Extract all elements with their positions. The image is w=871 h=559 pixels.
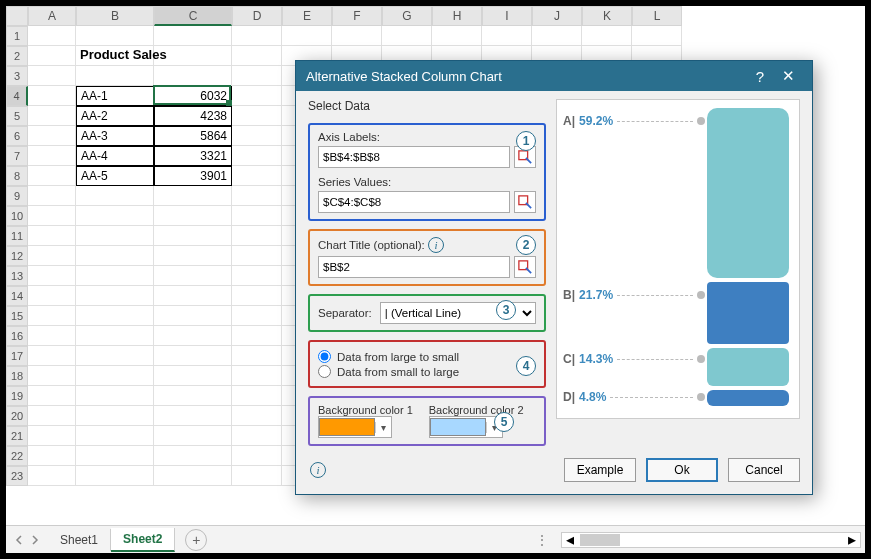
cell[interactable] [154,426,232,446]
chart-title-input[interactable] [318,256,510,278]
cell[interactable] [154,266,232,286]
cell[interactable] [154,386,232,406]
cell[interactable] [232,406,282,426]
cell[interactable] [76,466,154,486]
cell[interactable] [232,186,282,206]
cell[interactable] [28,306,76,326]
cell[interactable] [76,386,154,406]
cell[interactable] [232,466,282,486]
cell[interactable] [154,206,232,226]
cell[interactable] [154,246,232,266]
row-header[interactable]: 8 [6,166,28,186]
cell[interactable] [28,106,76,126]
cell[interactable] [154,186,232,206]
cell[interactable] [154,326,232,346]
row-header[interactable]: 7 [6,146,28,166]
cell[interactable] [76,266,154,286]
cell[interactable] [154,286,232,306]
cell[interactable] [582,26,632,46]
row-header[interactable]: 16 [6,326,28,346]
cell[interactable] [232,286,282,306]
row-header[interactable]: 12 [6,246,28,266]
cell[interactable]: 5864 [154,126,232,146]
cell[interactable] [76,186,154,206]
row-header[interactable]: 11 [6,226,28,246]
cell[interactable] [154,26,232,46]
cell[interactable] [232,366,282,386]
row-header[interactable]: 10 [6,206,28,226]
row-header[interactable]: 21 [6,426,28,446]
info-icon[interactable]: i [428,237,444,253]
cell[interactable] [28,26,76,46]
cell[interactable] [282,26,332,46]
cell[interactable] [232,26,282,46]
column-header[interactable]: B [76,6,154,26]
cell[interactable] [76,226,154,246]
row-header[interactable]: 1 [6,26,28,46]
column-header[interactable]: J [532,6,582,26]
sheet-tab-sheet1[interactable]: Sheet1 [48,529,111,551]
row-header[interactable]: 23 [6,466,28,486]
column-header[interactable]: K [582,6,632,26]
cell[interactable] [232,346,282,366]
cell[interactable] [28,246,76,266]
cell[interactable] [28,86,76,106]
cell[interactable] [232,386,282,406]
cell[interactable] [154,226,232,246]
cell[interactable] [76,286,154,306]
cell[interactable] [232,126,282,146]
cell[interactable] [28,66,76,86]
cell[interactable]: AA-3 [76,126,154,146]
dialog-titlebar[interactable]: Alternative Stacked Column Chart ? ✕ [296,61,812,91]
cell[interactable]: 3321 [154,146,232,166]
cell[interactable] [28,206,76,226]
cell[interactable] [482,26,532,46]
cell[interactable] [232,146,282,166]
column-header[interactable]: H [432,6,482,26]
cell[interactable] [28,266,76,286]
row-header[interactable]: 5 [6,106,28,126]
cell[interactable]: 3901 [154,166,232,186]
column-header[interactable]: D [232,6,282,26]
cell[interactable] [28,386,76,406]
cell[interactable] [232,246,282,266]
tab-nav-prev[interactable] [14,531,24,549]
column-header[interactable]: I [482,6,532,26]
cancel-button[interactable]: Cancel [728,458,800,482]
cell[interactable] [76,206,154,226]
radio-large-to-small[interactable]: Data from large to small [318,350,536,363]
cell[interactable] [76,346,154,366]
cell[interactable] [232,306,282,326]
cell[interactable] [232,66,282,86]
add-sheet-button[interactable]: + [185,529,207,551]
cell[interactable] [154,306,232,326]
cell[interactable] [76,446,154,466]
cell[interactable] [76,406,154,426]
cell[interactable] [28,366,76,386]
cell[interactable] [76,366,154,386]
cell[interactable] [76,246,154,266]
ok-button[interactable]: Ok [646,458,718,482]
cell[interactable] [154,66,232,86]
cell[interactable]: 4238 [154,106,232,126]
series-values-input[interactable] [318,191,510,213]
cell[interactable] [28,126,76,146]
column-header[interactable]: L [632,6,682,26]
cell[interactable] [28,326,76,346]
cell[interactable] [154,366,232,386]
cell[interactable] [154,466,232,486]
row-header[interactable]: 22 [6,446,28,466]
cell[interactable] [76,326,154,346]
cell[interactable] [232,166,282,186]
column-header[interactable]: G [382,6,432,26]
row-header[interactable]: 3 [6,66,28,86]
axis-labels-input[interactable] [318,146,510,168]
cell[interactable]: AA-5 [76,166,154,186]
select-all-corner[interactable] [6,6,28,26]
cell[interactable] [382,26,432,46]
row-header[interactable]: 17 [6,346,28,366]
column-header[interactable]: F [332,6,382,26]
cell[interactable] [28,46,76,66]
footer-info-icon[interactable]: i [310,462,326,478]
cell[interactable] [28,446,76,466]
